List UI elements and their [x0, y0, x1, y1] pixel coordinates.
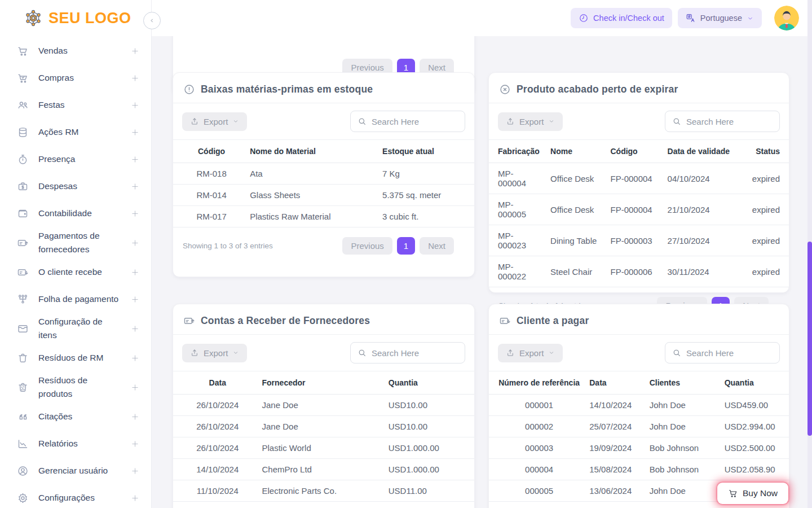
export-button[interactable]: Export — [498, 112, 563, 131]
sidebar-item-configuracao-itens[interactable]: Configuração de itens — [17, 313, 140, 344]
plus-icon[interactable] — [130, 295, 140, 304]
sidebar-item-label: Gerenciar usuário — [38, 462, 121, 480]
cell: MP-000022 — [489, 256, 546, 287]
sidebar-item-despesas[interactable]: Despesas — [17, 173, 140, 200]
sidebar-item-pagamentos-fornecedores[interactable]: Pagamentos de fornecedores — [17, 227, 140, 259]
cell: 000001 — [489, 395, 585, 416]
plus-icon[interactable] — [130, 353, 140, 363]
sidebar-item-label: Pagamentos de fornecedores — [38, 227, 121, 259]
card-title: Cliente a pagar — [517, 315, 589, 327]
caret-down-icon — [747, 15, 754, 22]
buy-now-label: Buy Now — [743, 488, 778, 498]
search-box[interactable] — [665, 111, 780, 132]
plus-icon[interactable] — [130, 324, 140, 334]
table-header-row: Fabricação Nome Código Data de validade … — [489, 140, 789, 163]
sidebar-item-residuos-produtos[interactable]: Resíduos de produtos — [17, 371, 140, 403]
sidebar-item-residuos-rm[interactable]: Resíduos de RM — [17, 344, 140, 371]
sidebar-item-festas[interactable]: Festas — [17, 91, 140, 119]
plus-icon[interactable] — [130, 209, 140, 218]
sidebar-item-gerenciar-usuario[interactable]: Gerenciar usuário — [17, 457, 140, 484]
column-header: Clientes — [645, 371, 720, 395]
table-row: RM-014 Glass Sheets 5.375 sq. meter — [173, 185, 474, 206]
sidebar-item-label: Ações RM — [38, 123, 121, 141]
cell: 3 cubic ft. — [378, 206, 474, 227]
plus-icon[interactable] — [130, 100, 140, 110]
search-input[interactable] — [686, 117, 773, 126]
sidebar-item-acoes-rm[interactable]: Ações RM — [17, 119, 140, 146]
cell: 30/11/2024 — [663, 256, 744, 287]
next-page-button[interactable]: Next — [420, 237, 454, 255]
sidebar-item-vendas[interactable]: Vendas — [17, 37, 140, 64]
cart-icon — [728, 488, 738, 498]
hierarchy-icon — [17, 294, 29, 305]
sidebar-item-presenca[interactable]: Presença — [17, 146, 140, 173]
plus-icon[interactable] — [130, 46, 140, 56]
plus-icon[interactable] — [130, 73, 140, 83]
sidebar-item-configuracoes[interactable]: Configurações — [17, 484, 140, 508]
cell: Jane Doe — [258, 416, 384, 437]
plus-icon[interactable] — [130, 466, 140, 476]
sidebar-item-compras[interactable]: Compras — [17, 64, 140, 91]
plus-icon[interactable] — [130, 238, 140, 248]
entries-summary: Showing 1 to 3 of 3 entries — [183, 242, 273, 250]
plus-icon[interactable] — [130, 439, 140, 449]
export-button[interactable]: Export — [182, 112, 247, 131]
plus-icon[interactable] — [130, 128, 140, 137]
status-cell: expired — [744, 225, 789, 256]
plus-icon[interactable] — [130, 268, 140, 277]
column-header: Data — [585, 371, 645, 395]
column-header: Quantia — [720, 371, 789, 395]
chart-icon — [17, 438, 29, 450]
cell: ChemPro Ltd — [258, 502, 384, 508]
cell: Plastic World — [258, 437, 384, 459]
sidebar-item-label: Presença — [38, 150, 121, 168]
search-input[interactable] — [372, 117, 458, 126]
cell: 25/07/2024 — [585, 416, 645, 437]
sidebar-item-relatorios[interactable]: Relatórios — [17, 430, 140, 457]
avatar[interactable] — [774, 6, 799, 30]
plus-icon[interactable] — [130, 383, 140, 392]
sidebar-item-cliente-recebe[interactable]: O cliente recebe — [17, 259, 140, 286]
export-button[interactable]: Export — [498, 344, 563, 362]
scrollbar-thumb[interactable] — [807, 242, 812, 436]
search-icon — [358, 117, 367, 126]
upload-icon — [506, 117, 515, 126]
cell: John Doe — [645, 480, 720, 502]
export-label: Export — [204, 117, 228, 126]
language-dropdown[interactable]: Portuguese — [678, 8, 762, 28]
cell: 14/09/2024 — [173, 502, 258, 508]
plus-icon[interactable] — [130, 412, 140, 422]
search-input[interactable] — [372, 348, 458, 358]
plus-icon[interactable] — [130, 493, 140, 503]
cell: Glass Sheets — [245, 185, 378, 206]
column-header: Número de referência — [489, 371, 585, 395]
search-box[interactable] — [665, 342, 780, 364]
table-header-row: Data Fornecedor Quantia — [173, 371, 474, 395]
sidebar-item-label: Configurações — [38, 489, 121, 507]
sidebar-item-contabilidade[interactable]: Contabilidade — [17, 200, 140, 227]
cell: 26/10/2024 — [173, 416, 258, 437]
search-input[interactable] — [686, 348, 773, 358]
check-in-out-button[interactable]: Check in/Check out — [571, 8, 672, 28]
cell: Ata — [245, 163, 378, 185]
buy-now-button[interactable]: Buy Now — [717, 483, 788, 504]
plus-icon[interactable] — [130, 155, 140, 164]
previous-page-button[interactable]: Previous — [342, 237, 392, 255]
sidebar-item-label: Festas — [38, 96, 121, 114]
column-header: Data — [173, 371, 258, 395]
scrollbar-track[interactable] — [807, 0, 812, 508]
card-arrow-up-icon — [183, 315, 195, 327]
export-button[interactable]: Export — [182, 344, 247, 362]
sidebar-item-folha-pagamento[interactable]: Folha de pagamento — [17, 286, 140, 313]
trash-full-icon — [17, 382, 29, 393]
people-icon — [17, 99, 29, 111]
cell: John Doe — [645, 416, 720, 437]
plus-icon[interactable] — [130, 182, 140, 191]
sidebar-item-citacoes[interactable]: Citações — [17, 403, 140, 430]
search-box[interactable] — [350, 111, 465, 132]
cell: 26/10/2024 — [173, 437, 258, 459]
page-number-button[interactable]: 1 — [397, 237, 415, 255]
search-box[interactable] — [350, 342, 465, 364]
main-content: Previous 1 Next Baixas matérias-primas e… — [152, 36, 807, 508]
sidebar-collapse-button[interactable] — [143, 12, 161, 29]
